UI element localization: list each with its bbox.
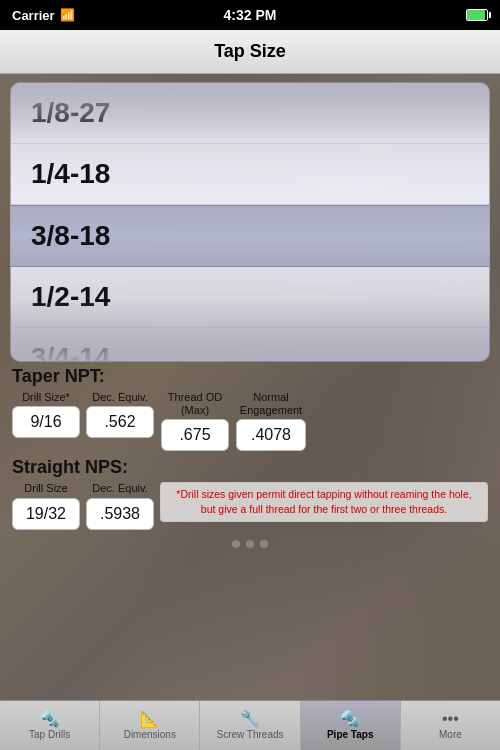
tab-screw-threads[interactable]: 🔧 Screw Threads [200, 701, 300, 750]
normal-eng-label: Normal Engagement [236, 391, 306, 417]
picker-item-1[interactable]: 1/4-18 [11, 144, 489, 205]
more-icon: ••• [442, 711, 459, 727]
drill-size-label: Drill Size* [22, 391, 70, 404]
straight-drill-size-value: 19/32 [12, 498, 80, 530]
size-picker[interactable]: 1/8-27 1/4-18 3/8-18 1/2-14 3/4-14 [10, 82, 490, 362]
battery-icon [466, 9, 488, 21]
dimensions-icon: 📐 [140, 711, 160, 727]
dot-3 [260, 540, 268, 548]
taper-npt-section: Taper NPT: Drill Size* 9/16 Dec. Equiv. … [0, 362, 500, 453]
nav-title: Tap Size [214, 41, 286, 62]
picker-list: 1/8-27 1/4-18 3/8-18 1/2-14 3/4-14 [11, 83, 489, 362]
battery-fill [467, 10, 485, 20]
dec-equiv-col: Dec. Equiv. .562 [86, 391, 154, 438]
drill-note: *Drill sizes given permit direct tapping… [160, 482, 488, 521]
picker-item-0[interactable]: 1/8-27 [11, 83, 489, 144]
picker-item-2[interactable]: 3/8-18 [11, 205, 489, 267]
straight-dec-equiv-label: Dec. Equiv. [92, 482, 147, 495]
straight-drill-size-col: Drill Size 19/32 [12, 482, 80, 529]
thread-od-value: .675 [161, 419, 229, 451]
tab-tap-drills[interactable]: 🔩 Tap Drills [0, 701, 100, 750]
main-content: 1/8-27 1/4-18 3/8-18 1/2-14 3/4-14 Taper… [0, 74, 500, 700]
picker-item-4[interactable]: 3/4-14 [11, 328, 489, 362]
taper-npt-title: Taper NPT: [12, 366, 488, 387]
wifi-icon: 📶 [60, 8, 75, 22]
tab-dimensions-label: Dimensions [124, 729, 176, 740]
dec-equiv-value: .562 [86, 406, 154, 438]
carrier-label: Carrier [12, 8, 55, 23]
normal-eng-value: .4078 [236, 419, 306, 451]
screw-threads-icon: 🔧 [240, 711, 260, 727]
straight-dec-equiv-value: .5938 [86, 498, 154, 530]
tab-pipe-taps[interactable]: 🔩 Pipe Taps [301, 701, 401, 750]
picker-item-3[interactable]: 1/2-14 [11, 267, 489, 328]
navigation-bar: Tap Size [0, 30, 500, 74]
tab-bar: 🔩 Tap Drills 📐 Dimensions 🔧 Screw Thread… [0, 700, 500, 750]
status-bar: Carrier 📶 4:32 PM [0, 0, 500, 30]
straight-dec-equiv-col: Dec. Equiv. .5938 [86, 482, 154, 529]
dot-2 [246, 540, 254, 548]
tap-drills-icon: 🔩 [40, 711, 60, 727]
tab-more[interactable]: ••• More [401, 701, 500, 750]
normal-eng-col: Normal Engagement .4078 [236, 391, 306, 451]
thread-od-label: Thread OD (Max) [160, 391, 230, 417]
tab-tap-drills-label: Tap Drills [29, 729, 70, 740]
tab-dimensions[interactable]: 📐 Dimensions [100, 701, 200, 750]
straight-nps-section: Straight NPS: Drill Size 19/32 Dec. Equi… [0, 453, 500, 531]
status-bar-time: 4:32 PM [224, 7, 277, 23]
tab-more-label: More [439, 729, 462, 740]
tab-screw-threads-label: Screw Threads [216, 729, 283, 740]
straight-nps-title: Straight NPS: [12, 457, 488, 478]
tab-pipe-taps-label: Pipe Taps [327, 729, 374, 740]
thread-od-col: Thread OD (Max) .675 [160, 391, 230, 451]
drill-size-col: Drill Size* 9/16 [12, 391, 80, 438]
pagination-dots [0, 538, 500, 550]
dot-1 [232, 540, 240, 548]
pipe-taps-icon: 🔩 [340, 711, 360, 727]
status-bar-left: Carrier 📶 [12, 8, 75, 23]
straight-drill-size-label: Drill Size [24, 482, 67, 495]
dec-equiv-label: Dec. Equiv. [92, 391, 147, 404]
drill-size-value: 9/16 [12, 406, 80, 438]
status-bar-right [466, 9, 488, 21]
